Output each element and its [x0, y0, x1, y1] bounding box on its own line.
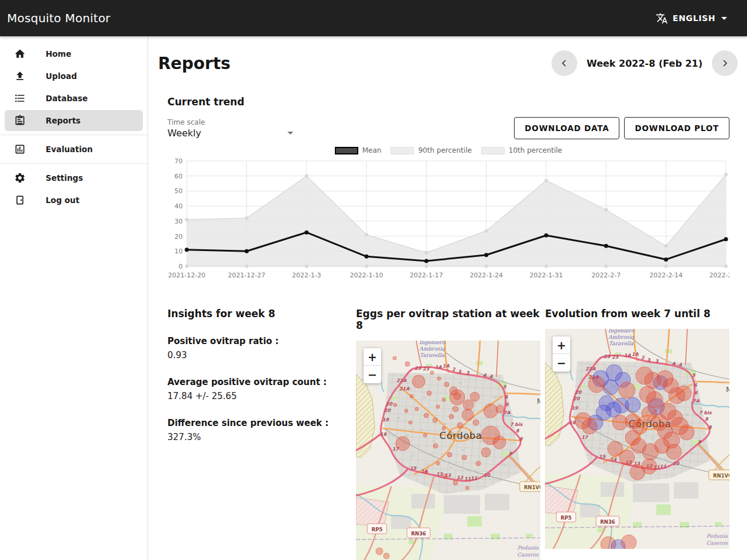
zoom-out-button[interactable]: −: [553, 354, 570, 372]
sidebar-item-label: Reports: [46, 116, 81, 125]
insight-value: 327.3%: [167, 432, 351, 442]
svg-text:2022-1-24: 2022-1-24: [470, 272, 503, 279]
sidebar-item-upload[interactable]: Upload: [5, 66, 143, 87]
sidebar-divider: [0, 135, 148, 135]
list-icon: [14, 92, 26, 104]
legend-item-10th[interactable]: 10th percentile: [481, 146, 562, 154]
svg-text:4: 4: [489, 374, 493, 379]
svg-text:23: 23: [423, 366, 430, 372]
sidebar-item-logout[interactable]: Log out: [5, 190, 143, 211]
insight-value: 17.84 +/- 25.65: [167, 391, 351, 401]
download-data-button[interactable]: DOWNLOAD DATA: [514, 117, 619, 139]
map-title: Evolution from week 7 until 8: [545, 308, 729, 319]
svg-text:2022-2-21: 2022-2-21: [710, 272, 729, 279]
language-selector[interactable]: ENGLISH: [656, 12, 727, 25]
svg-text:0: 0: [179, 263, 183, 270]
svg-text:30: 30: [174, 218, 183, 225]
sidebar-item-label: Settings: [46, 173, 83, 183]
legend-item-90th[interactable]: 90th percentile: [390, 146, 471, 154]
trend-chart[interactable]: 0102030405060702021-12-202021-12-272022-…: [167, 156, 729, 282]
svg-text:14: 14: [610, 457, 617, 462]
svg-text:11: 11: [464, 476, 471, 482]
svg-text:2022-1-17: 2022-1-17: [410, 272, 443, 279]
map-zoom-control: + −: [553, 336, 570, 372]
svg-text:2022-1-31: 2022-1-31: [530, 272, 563, 279]
legend-label: 90th percentile: [418, 146, 471, 154]
zoom-in-button[interactable]: +: [364, 348, 381, 366]
svg-text:12: 12: [457, 475, 464, 480]
svg-text:21A: 21A: [585, 366, 596, 372]
svg-text:7A: 7A: [503, 410, 511, 415]
svg-text:23: 23: [612, 355, 619, 360]
upload-icon: [14, 70, 26, 82]
svg-text:18: 18: [380, 432, 388, 437]
map-eggs-week8[interactable]: RP5RN36RN1V09 23231A1A233445667A7 bis889…: [356, 341, 540, 560]
previous-week-button[interactable]: [551, 50, 577, 76]
next-week-button[interactable]: [712, 50, 738, 76]
sidebar-item-database[interactable]: Database: [5, 88, 143, 109]
svg-text:20: 20: [386, 401, 393, 407]
svg-text:2022-1-10: 2022-1-10: [350, 272, 383, 279]
svg-text:20: 20: [174, 233, 183, 241]
sidebar-item-evaluation[interactable]: Evaluation: [5, 139, 143, 160]
current-trend-title: Current trend: [167, 96, 729, 108]
svg-text:Ambrosio: Ambrosio: [608, 334, 634, 340]
svg-text:11: 11: [660, 464, 667, 469]
dropdown-caret-icon: [287, 132, 293, 135]
map-evolution-week7-8[interactable]: RP5RN36RN1V09 23231A1A233445667A7 bis889…: [545, 329, 729, 549]
zoom-in-button[interactable]: +: [553, 336, 570, 354]
svg-text:10: 10: [174, 248, 183, 255]
svg-text:23: 23: [604, 354, 611, 359]
map-title: Eggs per ovitrap station at week 8: [356, 308, 540, 331]
insight-value: 0.93: [167, 350, 351, 360]
sidebar: Home Upload Database Reports Evaluation …: [0, 36, 148, 560]
legend-label: Mean: [362, 146, 382, 154]
svg-text:10: 10: [673, 461, 680, 466]
insight-label: Difference since previous week :: [167, 418, 351, 428]
time-scale-label: Time scale: [167, 118, 293, 126]
zoom-out-button[interactable]: −: [364, 366, 381, 383]
gear-icon: [14, 172, 26, 184]
svg-text:7A: 7A: [693, 398, 700, 404]
svg-text:19: 19: [571, 406, 579, 411]
time-scale-select[interactable]: Time scale Weekly: [167, 118, 293, 139]
translate-icon: [656, 12, 668, 25]
svg-text:4: 4: [672, 361, 676, 366]
sidebar-item-reports[interactable]: Reports: [5, 110, 143, 131]
download-plot-button[interactable]: DOWNLOAD PLOT: [624, 117, 729, 139]
mean-swatch: [335, 147, 358, 154]
language-label: ENGLISH: [673, 13, 715, 23]
svg-text:23: 23: [414, 366, 422, 371]
sidebar-item-home[interactable]: Home: [5, 43, 143, 64]
svg-text:40: 40: [174, 202, 183, 210]
svg-text:21A: 21A: [396, 378, 407, 383]
insights-panel: Insights for week 8 Positive ovitrap rat…: [167, 308, 351, 560]
svg-text:1A: 1A: [435, 365, 443, 370]
trend-chart-svg: 0102030405060702021-12-202021-12-272022-…: [167, 156, 729, 282]
svg-text:7 bis: 7 bis: [510, 422, 523, 427]
svg-text:1A: 1A: [624, 353, 632, 358]
svg-text:Ingeniero: Ingeniero: [608, 329, 635, 334]
svg-text:4: 4: [483, 373, 486, 378]
svg-text:70: 70: [174, 157, 183, 165]
p90-swatch: [390, 147, 414, 154]
sidebar-divider: [0, 163, 148, 164]
legend-item-mean[interactable]: Mean: [335, 146, 382, 154]
svg-text:2021-12-27: 2021-12-27: [228, 272, 265, 279]
sidebar-item-label: Database: [46, 94, 88, 103]
svg-text:20: 20: [384, 408, 392, 413]
svg-text:Taravella: Taravella: [609, 341, 634, 346]
insights-title: Insights for week 8: [167, 308, 351, 319]
map-zoom-control: + −: [364, 348, 381, 383]
svg-text:20: 20: [573, 396, 581, 401]
svg-text:4: 4: [679, 362, 682, 367]
svg-text:15: 15: [599, 454, 606, 459]
sidebar-item-settings[interactable]: Settings: [5, 167, 143, 188]
insight-label: Positive ovitrap ratio :: [167, 336, 351, 346]
svg-text:Ingeniero: Ingeniero: [419, 341, 446, 345]
map-panel-evolution: Evolution from week 7 until 8: [545, 308, 729, 560]
chevron-down-icon: [721, 17, 727, 20]
legend-label: 10th percentile: [509, 146, 562, 154]
map-base-svg: RP5RN36RN1V09 23231A1A233445667A7 bis889…: [356, 341, 540, 560]
main-content: Reports Week 2022-8 (Feb 21) Current tre…: [148, 36, 747, 560]
